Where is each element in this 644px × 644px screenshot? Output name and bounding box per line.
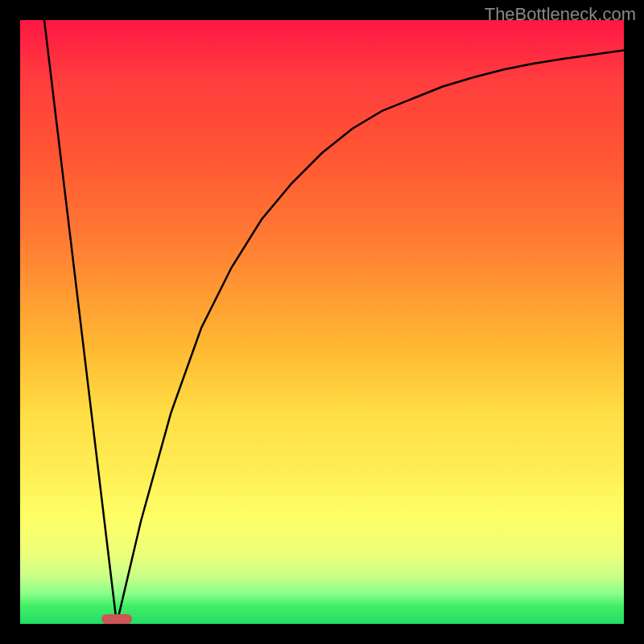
target-marker (101, 614, 132, 624)
bottleneck-curve (44, 20, 624, 624)
chart-area (20, 20, 624, 624)
watermark-text: TheBottleneck.com (485, 4, 636, 25)
chart-svg (20, 20, 624, 624)
